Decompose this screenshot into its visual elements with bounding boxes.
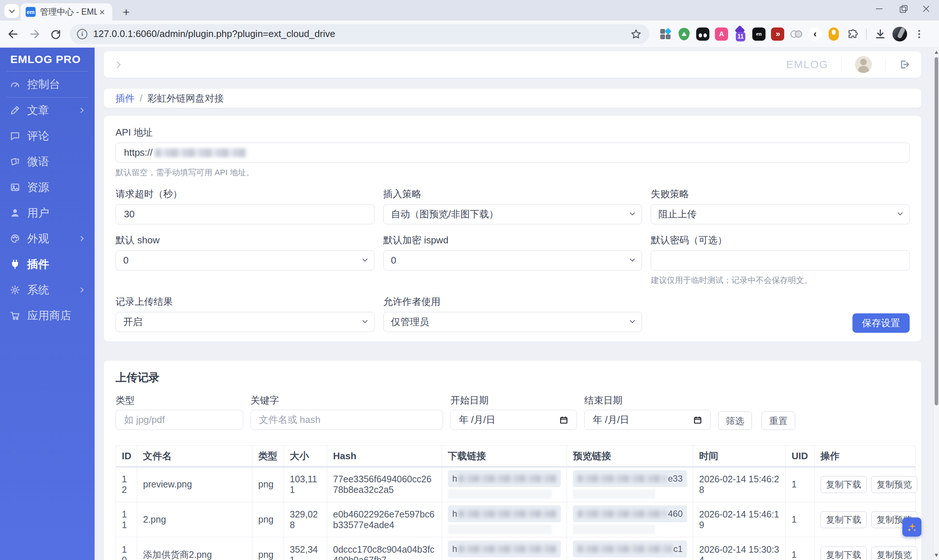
scrollbar-thumb[interactable] — [934, 57, 938, 405]
col-uid: UID — [786, 446, 815, 467]
reset-button[interactable]: 重置 — [762, 412, 795, 430]
masked-download-link: h — [448, 541, 561, 557]
col-id: ID — [116, 446, 137, 467]
col-type: 类型 — [252, 446, 284, 467]
author-access-select[interactable]: 仅管理员 — [383, 312, 642, 332]
masked-preview-link: e33 — [573, 470, 687, 487]
scroll-up-arrow-icon[interactable] — [934, 51, 938, 54]
api-address-hint: 默认留空，需手动填写可用 API 地址。 — [116, 167, 910, 178]
type-filter-input[interactable] — [116, 410, 243, 430]
sidebar-item-comments[interactable]: 评论 — [0, 123, 95, 149]
window-minimize-button[interactable] — [875, 5, 883, 13]
sidebar-item-notes[interactable]: 微语 — [0, 149, 95, 174]
gray-circles-icon[interactable] — [790, 28, 803, 41]
pink-translate-icon[interactable]: A — [715, 28, 728, 41]
masked-download-link: h — [448, 470, 561, 487]
sidebar: EMLOG PRO 控制台 文章 评论 微语 资源 — [0, 48, 95, 560]
timeout-input[interactable] — [116, 204, 375, 224]
sidebar-item-system[interactable]: 系统 — [0, 277, 95, 303]
keyword-filter-input[interactable] — [251, 410, 443, 430]
url-text: 127.0.0.1:6060/admin/plugin.php?plugin=e… — [93, 28, 630, 40]
site-info-icon[interactable]: i — [77, 29, 87, 39]
forward-button[interactable] — [26, 26, 43, 42]
sidebar-collapse-icon[interactable] — [114, 61, 120, 68]
end-date-input[interactable]: 年 /月/日 — [584, 410, 711, 430]
record-results-select[interactable]: 开启 — [116, 312, 375, 332]
profile-avatar[interactable] — [893, 27, 907, 42]
page-title: 彩虹外链网盘对接 — [148, 92, 224, 105]
url-bar[interactable]: i 127.0.0.1:6060/admin/plugin.php?plugin… — [70, 24, 649, 44]
logout-icon[interactable] — [899, 58, 910, 70]
purple-badge-11-icon[interactable]: 11 — [734, 28, 747, 41]
copy-download-button[interactable]: 复制下载 — [820, 546, 867, 560]
image-icon — [9, 182, 20, 193]
en-black-icon[interactable]: en — [752, 28, 765, 41]
back-button[interactable] — [5, 26, 21, 42]
insert-policy-select[interactable]: 自动（图预览/非图下载） — [383, 204, 642, 224]
bookmark-star-icon[interactable] — [630, 28, 642, 40]
type-filter-label: 类型 — [116, 394, 243, 407]
sidebar-item-appearance[interactable]: 外观 — [0, 226, 95, 251]
sidebar-item-users[interactable]: 用户 — [0, 200, 95, 226]
col-download-link: 下载链接 — [442, 446, 567, 467]
green-shield-icon[interactable] — [677, 28, 691, 41]
tab-close-icon[interactable]: × — [97, 6, 107, 18]
sidebar-item-resources[interactable]: 资源 — [0, 174, 95, 200]
browser-tab-active[interactable]: em 管理中心 - EMLOG × — [20, 3, 112, 20]
copy-preview-button[interactable]: 复制预览 — [871, 546, 917, 560]
start-date-input[interactable]: 年 /月/日 — [450, 410, 577, 430]
download-icon[interactable] — [874, 28, 887, 41]
breadcrumb-plugins-link[interactable]: 插件 — [116, 92, 135, 105]
table-row: 11 2.png png 329,028 e0b46022926e7e597bc… — [116, 502, 916, 537]
chevron-right-icon — [79, 236, 83, 241]
api-address-label: API 地址 — [116, 126, 910, 139]
col-size: 大小 — [284, 446, 327, 467]
col-filename: 文件名 — [137, 446, 252, 467]
scroll-down-arrow-icon[interactable] — [934, 554, 938, 557]
sidebar-item-plugins[interactable]: 插件 — [0, 251, 95, 277]
tab-search-button[interactable] — [5, 4, 19, 18]
filter-button[interactable]: 筛选 — [718, 412, 752, 430]
masked-api-url — [155, 148, 247, 157]
default-password-input[interactable] — [651, 250, 910, 271]
dark-dots-icon[interactable] — [696, 28, 709, 41]
copy-download-button[interactable]: 复制下载 — [820, 476, 867, 493]
assistant-fab-button[interactable] — [902, 517, 921, 537]
back-chevron-icon[interactable]: ‹ — [808, 28, 822, 41]
gauge-icon — [9, 79, 20, 90]
sidebar-item-articles[interactable]: 文章 — [0, 97, 95, 123]
save-settings-button[interactable]: 保存设置 — [853, 313, 910, 333]
sidebar-item-app-store[interactable]: 应用商店 — [0, 303, 95, 328]
avatar[interactable] — [855, 56, 872, 73]
comment-icon — [9, 131, 20, 142]
red-forward-icon[interactable]: » — [771, 28, 784, 41]
copy-download-button[interactable]: 复制下载 — [820, 511, 867, 528]
col-time: 时间 — [693, 446, 786, 467]
reload-button[interactable] — [48, 26, 64, 42]
yellow-mouse-icon[interactable] — [827, 28, 840, 41]
window-restore-button[interactable] — [899, 5, 907, 13]
copy-preview-button[interactable]: 复制预览 — [871, 476, 917, 493]
calendar-icon[interactable] — [693, 415, 702, 425]
chevron-down-icon — [897, 210, 903, 215]
record-results-label: 记录上传结果 — [116, 295, 375, 308]
timeout-label: 请求超时（秒） — [116, 188, 375, 200]
default-show-label: 默认 show — [116, 234, 375, 247]
palette-icon — [9, 233, 20, 244]
fail-policy-select[interactable]: 阻止上传 — [651, 204, 910, 224]
apps-grid-icon[interactable] — [659, 28, 672, 41]
default-show-select[interactable]: 0 — [116, 250, 375, 271]
sidebar-item-dashboard[interactable]: 控制台 — [0, 71, 95, 97]
kebab-menu-icon[interactable] — [913, 28, 926, 41]
calendar-icon[interactable] — [559, 415, 569, 425]
default-password-hint: 建议仅用于临时测试；记录中不会保存明文。 — [651, 275, 910, 286]
puzzle-extensions-icon[interactable] — [846, 28, 859, 41]
new-tab-button[interactable]: + — [119, 5, 133, 19]
page-scrollbar[interactable] — [933, 48, 939, 560]
chevron-down-icon — [630, 210, 635, 215]
default-ispwd-label: 默认加密 ispwd — [383, 234, 642, 247]
window-close-button[interactable] — [922, 5, 930, 13]
api-address-input[interactable]: https:// — [116, 143, 910, 163]
gear-icon — [9, 285, 20, 295]
default-ispwd-select[interactable]: 0 — [383, 250, 642, 271]
